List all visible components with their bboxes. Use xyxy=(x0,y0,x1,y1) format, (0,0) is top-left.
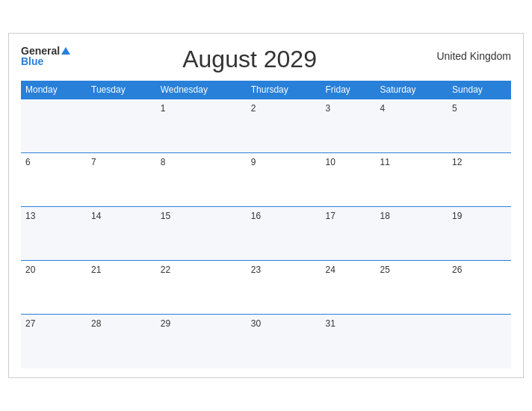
calendar-day: 28 xyxy=(87,315,156,368)
day-number: 3 xyxy=(326,103,331,114)
col-saturday: Saturday xyxy=(376,81,448,99)
day-number: 28 xyxy=(91,318,101,329)
calendar-table: Monday Tuesday Wednesday Thursday Friday… xyxy=(21,81,511,368)
day-number: 12 xyxy=(452,157,462,167)
calendar-day: 24 xyxy=(321,261,376,315)
calendar-day: 31 xyxy=(321,315,376,368)
calendar-day xyxy=(87,99,156,153)
calendar-day: 18 xyxy=(376,207,448,261)
day-number: 9 xyxy=(251,157,256,167)
calendar-day: 26 xyxy=(448,261,511,315)
logo-triangle-icon xyxy=(61,47,70,55)
day-number: 26 xyxy=(452,265,462,275)
day-number: 14 xyxy=(91,211,101,221)
day-number: 24 xyxy=(326,265,335,275)
day-number: 19 xyxy=(452,211,462,221)
day-number: 13 xyxy=(25,211,35,221)
col-monday: Monday xyxy=(21,81,87,99)
calendar-day: 19 xyxy=(448,207,511,261)
day-number: 6 xyxy=(25,157,31,167)
calendar-day: 4 xyxy=(376,99,448,153)
col-friday: Friday xyxy=(321,81,376,99)
country-label: United Kingdom xyxy=(429,46,511,62)
calendar-day: 5 xyxy=(448,99,511,153)
day-number: 27 xyxy=(25,318,35,329)
day-number: 16 xyxy=(251,211,261,221)
calendar-day: 10 xyxy=(321,153,376,207)
calendar-day: 8 xyxy=(156,153,247,207)
day-number: 8 xyxy=(161,157,166,167)
day-number: 4 xyxy=(380,103,386,114)
day-number: 20 xyxy=(25,265,35,275)
col-sunday: Sunday xyxy=(448,81,511,99)
calendar-day: 21 xyxy=(87,261,156,315)
calendar-body: 1234567891011121314151617181920212223242… xyxy=(21,99,511,368)
day-number: 31 xyxy=(326,318,335,329)
calendar-day xyxy=(376,315,448,368)
calendar-header-row: Monday Tuesday Wednesday Thursday Friday… xyxy=(21,81,511,99)
logo: General Blue xyxy=(21,46,70,67)
calendar-day xyxy=(448,315,511,368)
day-number: 29 xyxy=(161,318,170,329)
calendar-day: 20 xyxy=(21,261,87,315)
calendar-day xyxy=(21,99,87,153)
logo-general-text: General xyxy=(21,46,60,56)
month-title: August 2029 xyxy=(70,46,429,73)
day-number: 10 xyxy=(326,157,335,167)
calendar-day: 30 xyxy=(247,315,321,368)
day-number: 22 xyxy=(161,265,170,275)
calendar-container: General Blue August 2029 United Kingdom … xyxy=(8,33,524,378)
col-thursday: Thursday xyxy=(247,81,321,99)
col-wednesday: Wednesday xyxy=(156,81,247,99)
calendar-day: 27 xyxy=(21,315,87,368)
calendar-week-2: 6789101112 xyxy=(21,153,511,207)
calendar-week-4: 20212223242526 xyxy=(21,261,511,315)
calendar-header: General Blue August 2029 United Kingdom xyxy=(21,46,511,73)
calendar-day: 11 xyxy=(376,153,448,207)
day-number: 2 xyxy=(251,103,256,114)
logo-blue-text: Blue xyxy=(21,56,43,67)
calendar-day: 9 xyxy=(247,153,321,207)
calendar-day: 3 xyxy=(321,99,376,153)
calendar-day: 14 xyxy=(87,207,156,261)
calendar-day: 1 xyxy=(156,99,247,153)
calendar-day: 25 xyxy=(376,261,448,315)
day-number: 11 xyxy=(380,157,390,167)
calendar-day: 6 xyxy=(21,153,87,207)
calendar-day: 7 xyxy=(87,153,156,207)
calendar-day: 2 xyxy=(247,99,321,153)
calendar-week-1: 12345 xyxy=(21,99,511,153)
day-number: 23 xyxy=(251,265,261,275)
day-number: 17 xyxy=(326,211,335,221)
calendar-week-3: 13141516171819 xyxy=(21,207,511,261)
calendar-day: 29 xyxy=(156,315,247,368)
calendar-day: 12 xyxy=(448,153,511,207)
day-number: 5 xyxy=(452,103,457,114)
day-number: 7 xyxy=(91,157,96,167)
day-number: 15 xyxy=(161,211,170,221)
day-number: 30 xyxy=(251,318,261,329)
calendar-week-5: 2728293031 xyxy=(21,315,511,368)
calendar-day: 13 xyxy=(21,207,87,261)
col-tuesday: Tuesday xyxy=(87,81,156,99)
day-number: 1 xyxy=(161,103,166,114)
calendar-day: 17 xyxy=(321,207,376,261)
day-number: 21 xyxy=(91,265,101,275)
calendar-day: 15 xyxy=(156,207,247,261)
day-number: 18 xyxy=(380,211,390,221)
calendar-day: 16 xyxy=(247,207,321,261)
calendar-day: 23 xyxy=(247,261,321,315)
calendar-day: 22 xyxy=(156,261,247,315)
day-number: 25 xyxy=(380,265,390,275)
